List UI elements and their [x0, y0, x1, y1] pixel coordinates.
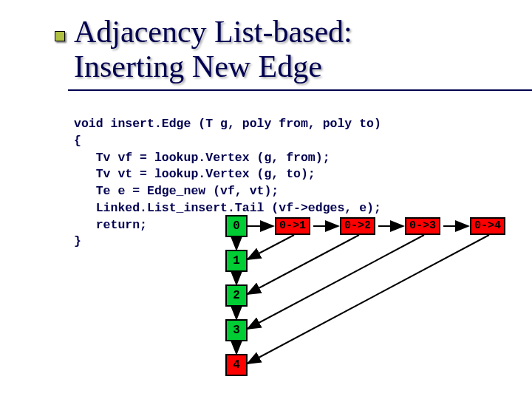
slide-title: Adjacency List-based:Inserting New Edge	[74, 15, 532, 84]
code-line-5: Te e = Edge_new (vf, vt);	[74, 184, 279, 198]
title-line1: Adjacency List-based:Inserting New Edge	[74, 15, 352, 83]
code-line-8: }	[74, 234, 81, 248]
code-line-6: Linked.List_insert.Tail (vf->edges, e);	[74, 201, 381, 215]
code-block: void insert.Edge (T g, poly from, poly t…	[74, 116, 532, 250]
code-line-7: return;	[74, 218, 147, 232]
code-line-3: Tv vf = lookup.Vertex (g, from);	[74, 151, 330, 165]
code-line-1: void insert.Edge (T g, poly from, poly t…	[74, 117, 381, 131]
title-bullet	[55, 31, 65, 41]
title-underline	[68, 89, 532, 91]
code-line-4: Tv vt = lookup.Vertex (g, to);	[74, 167, 316, 181]
code-line-2: {	[74, 134, 81, 148]
